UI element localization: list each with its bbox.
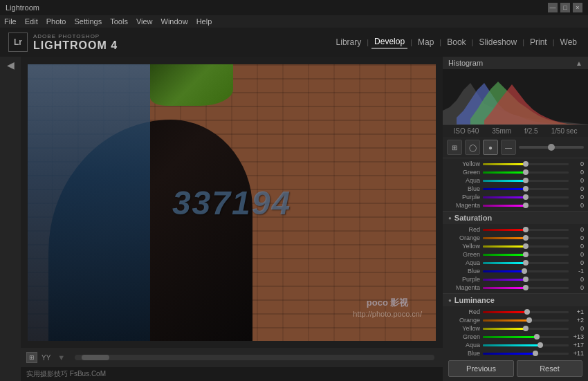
previous-button[interactable]: Previous bbox=[448, 360, 514, 377]
maximize-button[interactable]: □ bbox=[560, 3, 570, 12]
bottom-toolbar: ⊞ YY ▼ bbox=[21, 348, 443, 367]
sat-blue-value: -1 bbox=[571, 268, 584, 275]
sat-green-track[interactable] bbox=[483, 254, 569, 256]
magenta-hue-track[interactable] bbox=[483, 205, 569, 207]
green-track[interactable] bbox=[483, 171, 569, 174]
lum-red-thumb bbox=[524, 309, 530, 315]
left-panel: ◀ bbox=[0, 57, 21, 381]
close-button[interactable]: × bbox=[573, 3, 582, 12]
hue-section: Yellow 0 Green 0 bbox=[443, 158, 588, 212]
sat-aqua-row: Aqua 0 bbox=[443, 259, 588, 267]
lum-green-fill bbox=[483, 336, 537, 338]
sat-aqua-track[interactable] bbox=[483, 262, 569, 264]
histogram-toggle[interactable]: ▲ bbox=[576, 59, 582, 67]
lum-orange-track[interactable] bbox=[483, 319, 569, 322]
lum-orange-thumb bbox=[526, 317, 532, 323]
histogram-chart bbox=[443, 69, 588, 124]
histogram-header: Histogram ▲ bbox=[443, 57, 588, 69]
logo-area: Lr ADOBE PHOTOSHOP LIGHTROOM 4 bbox=[8, 32, 118, 52]
dot-tool[interactable]: ● bbox=[483, 140, 498, 155]
luminance-header[interactable]: ● Luminance bbox=[443, 294, 588, 306]
sat-magenta-track[interactable] bbox=[483, 287, 569, 289]
tab-print[interactable]: Print bbox=[527, 36, 550, 48]
left-panel-toggle[interactable]: ◀ bbox=[7, 59, 15, 71]
saturation-header[interactable]: ● Saturation bbox=[443, 212, 588, 224]
tab-develop[interactable]: Develop bbox=[371, 35, 407, 49]
iso-value: ISO 640 bbox=[454, 127, 479, 135]
lum-green-track[interactable] bbox=[483, 336, 569, 338]
lum-yellow-track[interactable] bbox=[483, 328, 569, 330]
purple-hue-track[interactable] bbox=[483, 196, 569, 198]
center-area: 337194 poco 影视 http://photo.poco.cn/ ⊞ Y… bbox=[21, 57, 443, 381]
lum-blue-label: Blue bbox=[447, 350, 480, 356]
sat-orange-track[interactable] bbox=[483, 237, 569, 239]
saturation-title: Saturation bbox=[454, 214, 492, 222]
circle-tool[interactable]: ◯ bbox=[465, 140, 480, 155]
menu-view[interactable]: View bbox=[136, 17, 153, 26]
green-thumb bbox=[523, 169, 529, 175]
luminance-title: Luminance bbox=[454, 296, 495, 304]
sat-blue-track[interactable] bbox=[483, 270, 569, 272]
grid-icon[interactable]: ⊞ bbox=[26, 352, 37, 363]
aqua-track[interactable] bbox=[483, 180, 569, 182]
tab-library[interactable]: Library bbox=[333, 36, 365, 48]
lum-yellow-row: Yellow 0 bbox=[443, 324, 588, 333]
sat-red-label: Red bbox=[447, 226, 480, 233]
lum-blue-thumb bbox=[533, 351, 538, 356]
tool-row: ⊞ ◯ ● — bbox=[443, 137, 588, 158]
sat-magenta-fill bbox=[483, 287, 526, 289]
menu-window[interactable]: Window bbox=[161, 17, 188, 26]
sat-orange-thumb bbox=[523, 235, 529, 241]
sat-orange-value: 0 bbox=[571, 234, 584, 241]
menubar: File Edit Photo Settings Tools View Wind… bbox=[0, 15, 588, 28]
yellow-track[interactable] bbox=[483, 163, 569, 165]
filmstrip-scrollbar[interactable] bbox=[75, 355, 434, 360]
lum-blue-track[interactable] bbox=[483, 353, 569, 355]
minimize-button[interactable]: — bbox=[548, 3, 558, 12]
tool-slider[interactable] bbox=[519, 146, 584, 149]
menu-settings[interactable]: Settings bbox=[74, 17, 102, 26]
sat-magenta-value: 0 bbox=[571, 284, 584, 291]
line-tool[interactable]: — bbox=[501, 140, 516, 155]
main-layout: ◀ 337194 poco 影视 http://photo.p bbox=[0, 57, 588, 381]
tab-slideshow[interactable]: Slideshow bbox=[476, 36, 520, 48]
lum-aqua-row: Aqua +17 bbox=[443, 341, 588, 349]
blue-hue-thumb bbox=[523, 186, 529, 192]
menu-help[interactable]: Help bbox=[196, 17, 212, 26]
reset-button[interactable]: Reset bbox=[517, 360, 582, 377]
menu-edit[interactable]: Edit bbox=[25, 17, 38, 26]
lum-orange-value: +2 bbox=[571, 317, 584, 324]
lum-red-row: Red +1 bbox=[443, 308, 588, 316]
sat-green-value: 0 bbox=[571, 251, 584, 258]
tab-map[interactable]: Map bbox=[415, 36, 437, 48]
lum-aqua-label: Aqua bbox=[447, 342, 480, 349]
lum-blue-fill bbox=[483, 353, 535, 355]
right-panel: Histogram ▲ ISO 640 35mm f/2.5 1/50 sec bbox=[443, 57, 588, 381]
menu-file[interactable]: File bbox=[4, 17, 17, 26]
sat-red-track[interactable] bbox=[483, 229, 569, 231]
aqua-value: 0 bbox=[571, 177, 584, 184]
lum-red-track[interactable] bbox=[483, 311, 569, 313]
menu-photo[interactable]: Photo bbox=[46, 17, 66, 26]
lum-yellow-label: Yellow bbox=[447, 325, 480, 332]
green-label: Green bbox=[447, 169, 480, 176]
tab-web[interactable]: Web bbox=[558, 36, 580, 48]
lr-badge: Lr bbox=[8, 32, 28, 52]
sat-blue-row: Blue -1 bbox=[443, 267, 588, 275]
blue-hue-track[interactable] bbox=[483, 188, 569, 190]
sat-purple-track[interactable] bbox=[483, 279, 569, 281]
blue-hue-value: 0 bbox=[571, 185, 584, 192]
lum-aqua-thumb bbox=[538, 342, 543, 348]
slider-row-green: Green 0 bbox=[443, 168, 588, 176]
grid-tool[interactable]: ⊞ bbox=[447, 140, 462, 155]
tab-book[interactable]: Book bbox=[444, 36, 468, 48]
watermark-url: http://photo.poco.cn/ bbox=[353, 309, 422, 319]
menu-tools[interactable]: Tools bbox=[110, 17, 128, 26]
blue-hue-label: Blue bbox=[447, 185, 480, 192]
right-panel-content: Yellow 0 Green 0 bbox=[443, 158, 588, 356]
titlebar: Lightroom — □ × bbox=[0, 0, 588, 15]
sat-yellow-track[interactable] bbox=[483, 245, 569, 248]
view-mode-label: YY bbox=[42, 354, 50, 362]
lum-aqua-track[interactable] bbox=[483, 344, 569, 346]
plants bbox=[150, 64, 233, 106]
